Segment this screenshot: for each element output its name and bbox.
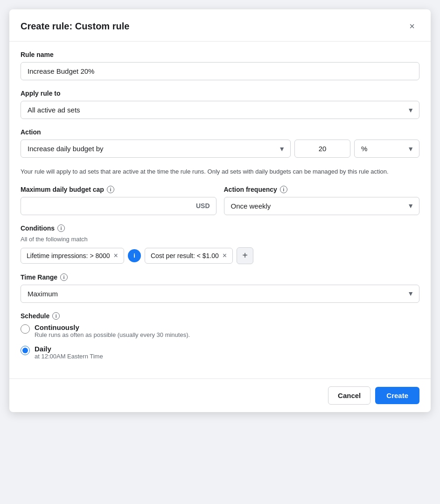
action-unit-select[interactable]: % USD: [354, 140, 419, 158]
conditions-section: Conditions i All of the following match …: [21, 224, 419, 264]
modal-title: Create rule: Custom rule: [21, 21, 129, 32]
conditions-label: Conditions i: [21, 224, 419, 232]
schedule-section: Schedule i Continuously Rule runs as oft…: [21, 312, 419, 360]
schedule-daily-label-group: Daily at 12:00AM Eastern Time: [35, 345, 103, 360]
action-label: Action: [21, 128, 419, 136]
condition-tag-cost-text: Cost per result: < $1.00: [151, 252, 219, 259]
action-info-text: Your rule will apply to ad sets that are…: [21, 167, 419, 176]
modal-body: Rule name Apply rule to All active ad se…: [9, 42, 431, 378]
condition-tag-impressions-text: Lifetime impressions: > 8000: [27, 252, 110, 259]
condition-tag-impressions: Lifetime impressions: > 8000 ×: [21, 248, 124, 264]
schedule-daily-radio[interactable]: [21, 346, 30, 355]
budget-cap-info-icon[interactable]: i: [107, 186, 114, 193]
condition-add-button[interactable]: +: [237, 247, 253, 264]
rule-name-label: Rule name: [21, 51, 419, 58]
time-range-select-wrapper: Maximum Today Last 7 days Last 14 days L…: [21, 285, 419, 303]
action-frequency-select-wrapper: Once weekly Once daily Every 30 minutes …: [224, 197, 420, 215]
apply-rule-select-wrapper: All active ad sets All active campaigns …: [21, 101, 419, 119]
schedule-continuously-title: Continuously: [35, 323, 190, 331]
action-unit-select-wrapper: % USD ▼: [354, 140, 419, 158]
action-section: Action Increase daily budget by Decrease…: [21, 128, 419, 158]
budget-cap-input[interactable]: [21, 197, 217, 215]
schedule-continuously-subtitle: Rule runs as often as possible (usually …: [35, 331, 190, 338]
schedule-daily-subtitle: at 12:00AM Eastern Time: [35, 353, 103, 360]
modal-header: Create rule: Custom rule ×: [9, 9, 431, 42]
condition-remove-cost[interactable]: ×: [223, 252, 227, 259]
create-button[interactable]: Create: [375, 387, 419, 404]
action-type-select-wrapper: Increase daily budget by Decrease daily …: [21, 140, 291, 158]
schedule-daily-title: Daily: [35, 345, 103, 353]
action-select-wrapper: Increase daily budget by Decrease daily …: [21, 140, 291, 158]
create-rule-modal: Create rule: Custom rule × Rule name App…: [9, 9, 431, 412]
action-value-wrapper: [294, 140, 350, 158]
time-range-info-icon[interactable]: i: [60, 273, 68, 281]
budget-cap-unit: USD: [196, 202, 210, 210]
action-frequency-label: Action frequency i: [224, 186, 420, 193]
schedule-continuously-radio[interactable]: [21, 324, 30, 334]
conditions-row: Lifetime impressions: > 8000 × i Cost pe…: [21, 247, 419, 264]
apply-rule-section: Apply rule to All active ad sets All act…: [21, 90, 419, 119]
budget-cap-col: Maximum daily budget cap i USD: [21, 186, 217, 215]
modal-footer: Cancel Create: [9, 378, 431, 412]
schedule-daily-option: Daily at 12:00AM Eastern Time: [21, 345, 419, 360]
apply-rule-label: Apply rule to: [21, 90, 419, 97]
rule-name-section: Rule name: [21, 51, 419, 80]
schedule-info-icon[interactable]: i: [52, 312, 60, 320]
action-value-input[interactable]: [294, 140, 350, 158]
time-range-section: Time Range i Maximum Today Last 7 days L…: [21, 273, 419, 303]
rule-name-input[interactable]: [21, 62, 419, 80]
action-unit-wrapper: % USD ▼: [354, 140, 419, 158]
action-frequency-col: Action frequency i Once weekly Once dail…: [224, 186, 420, 215]
time-range-label: Time Range i: [21, 273, 419, 281]
action-type-select[interactable]: Increase daily budget by Decrease daily …: [21, 140, 291, 158]
budget-cap-input-wrapper: USD: [21, 197, 217, 215]
conditions-sublabel: All of the following match: [21, 236, 419, 243]
schedule-continuously-label-group: Continuously Rule runs as often as possi…: [35, 323, 190, 338]
action-frequency-info-icon[interactable]: i: [280, 186, 287, 193]
budget-frequency-row: Maximum daily budget cap i USD Action fr…: [21, 186, 419, 215]
condition-tag-cost: Cost per result: < $1.00 ×: [145, 248, 233, 264]
action-row: Increase daily budget by Decrease daily …: [21, 140, 419, 158]
cancel-button[interactable]: Cancel: [328, 386, 370, 405]
schedule-label: Schedule i: [21, 312, 419, 320]
conditions-info-icon[interactable]: i: [57, 224, 65, 232]
budget-cap-label: Maximum daily budget cap i: [21, 186, 217, 193]
schedule-continuously-option: Continuously Rule runs as often as possi…: [21, 323, 419, 338]
close-button[interactable]: ×: [405, 19, 419, 34]
time-range-select[interactable]: Maximum Today Last 7 days Last 14 days L…: [21, 285, 419, 303]
condition-remove-impressions[interactable]: ×: [114, 252, 118, 259]
apply-rule-select[interactable]: All active ad sets All active campaigns …: [21, 101, 419, 119]
condition-info-button[interactable]: i: [128, 249, 141, 262]
action-frequency-select[interactable]: Once weekly Once daily Every 30 minutes: [224, 197, 420, 215]
